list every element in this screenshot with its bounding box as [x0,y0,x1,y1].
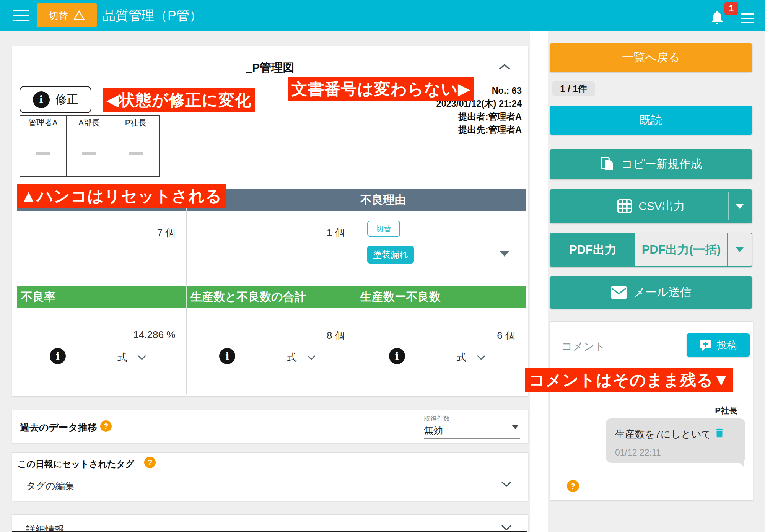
reason-switch-button[interactable]: 切替 [367,221,400,237]
pdf-export-button[interactable]: PDF出力 [550,233,635,266]
tags-help-icon[interactable]: ? [144,457,156,468]
pdf-dropdown-button[interactable] [727,233,752,266]
mark-read-button[interactable]: 既読 [550,106,752,135]
reason-tag-chip[interactable]: 塗装漏れ [367,246,414,264]
pdf-batch-label: PDF出力(一括) [642,243,721,256]
sum-value: 8 個 [327,329,345,342]
copy-create-label: コピー新規作成 [621,156,702,172]
comment-text: 生産数を7にしといて [615,428,711,441]
details-card[interactable]: 詳細情報 [12,514,528,532]
stamp-cell-empty [67,130,113,176]
history-count-label: 取得件数 [424,413,520,423]
report-data-table: 生産数 不良数 不良理由 7 個 1 個 切替 塗装漏れ [17,189,526,394]
annotation-stamp-reset: ▲ハンコはリセットされる [17,184,226,208]
reason-select-caret-icon[interactable] [500,251,509,257]
status-fix-label: 修正 [55,92,78,107]
reason-select-underline[interactable] [367,273,517,273]
csv-dropdown-caret-icon[interactable] [736,204,744,209]
mark-read-label: 既読 [640,112,662,128]
stamp-table: 管理者A A部長 P社長 [20,115,160,177]
mode-switch-button[interactable]: 切替 [37,3,97,27]
stamp-cell-empty [20,130,67,176]
send-mail-button[interactable]: メール送信 [550,276,752,309]
copy-create-button[interactable]: コピー新規作成 [550,149,752,179]
rate-formula-toggle[interactable]: 式 [117,351,146,364]
collapse-chevron-up-icon[interactable] [498,63,511,71]
comment-timestamp: 01/12 22:11 [615,447,661,458]
comment-author: P社長 [715,405,737,416]
doc-submitter: 提出者:管理者A [436,110,522,123]
history-count-value: 無効 [424,424,520,437]
rate-info-icon[interactable]: i [50,348,66,364]
back-to-list-label: 一覧へ戻る [622,50,680,65]
production-value-cell: 7 個 [17,211,187,283]
tags-card: この日報にセットされたタグ ? タグの編集 [12,452,528,501]
csv-export-label: CSV出力 [638,198,685,214]
formula-label: 式 [117,351,127,364]
app-root: 切替 品質管理（P管） 1 _P管理図 i 修正 No.: 63 2023/01… [0,0,765,532]
reason-cell: 切替 塗装漏れ [356,211,526,283]
comment-help-icon[interactable]: ? [567,480,579,492]
diff-cell: 6 個 i 式 [356,308,526,394]
formula-label: 式 [287,351,297,364]
stamp-header: 管理者A [20,116,67,130]
pdf-export-label: PDF出力 [569,243,617,256]
notification-bell-icon[interactable] [709,9,725,25]
back-to-list-button[interactable]: 一覧へ戻る [550,43,752,72]
comment-post-label: 投稿 [717,338,737,352]
overflow-menu-icon[interactable] [741,13,754,23]
comment-input[interactable]: コメント [562,339,605,354]
stamp-header: P社長 [112,116,159,130]
diff-formula-toggle[interactable]: 式 [457,351,486,364]
chevron-down-icon [477,355,486,360]
annotation-doc-number: 文書番号は変わらない▶ [288,77,474,101]
mail-icon [610,286,627,299]
col-header-sum: 生産数と不良数の合計 [187,286,356,308]
table-grid-icon [617,199,632,213]
status-fix-button[interactable]: i 修正 [20,86,91,113]
nav-hamburger-icon[interactable] [13,10,29,21]
diff-info-icon[interactable]: i [389,348,405,364]
tags-edit-row[interactable]: タグの編集 [12,477,528,496]
status-info-icon: i [33,91,50,108]
defect-value-cell: 1 個 [187,211,356,283]
doc-recipient: 提出先:管理者A [436,123,522,136]
sum-info-icon[interactable]: i [219,348,235,364]
pdf-button-group: PDF出力 PDF出力(一括) [550,233,752,267]
comment-bubble-tail [738,461,744,467]
history-select-caret-icon [512,425,519,429]
chevron-down-icon [307,355,316,360]
formula-label: 式 [457,351,467,364]
csv-export-button[interactable]: CSV出力 [550,189,752,223]
stamp-header: A部長 [67,116,113,130]
report-title: _P管理図 [12,60,528,76]
history-count-select[interactable]: 取得件数 無効 [424,413,520,439]
tags-title: この日報にセットされたタグ [18,458,134,470]
history-card: 過去のデータ推移 ? 取得件数 無効 [12,410,528,443]
tags-edit-label: タグの編集 [26,480,75,492]
col-header-diff: 生産数ー不良数 [356,286,526,308]
history-help-icon[interactable]: ? [100,420,112,432]
content-gutter [530,31,548,532]
chevron-down-icon [501,525,512,531]
pdf-dropdown-caret-icon [736,247,744,252]
app-header: 切替 品質管理（P管） 1 [0,0,765,31]
comment-post-button[interactable]: 投稿 [687,333,750,357]
col-header-reason: 不良理由 [356,189,526,211]
col-header-rate: 不良率 [17,286,187,308]
comment-panel: コメント 投稿 P社長 生産数を7にしといて 01/12 22:11 ? [550,321,753,501]
stamp-cell-empty [112,130,159,176]
pdf-batch-export-button[interactable]: PDF出力(一括) [635,233,727,266]
chevron-down-icon [137,355,146,360]
warning-triangle-icon [73,10,85,21]
rate-cell: 14.286 % i 式 [17,308,187,394]
delete-comment-icon[interactable] [714,427,725,439]
mode-switch-label: 切替 [49,9,68,22]
page-title: 品質管理（P管） [103,0,202,31]
annotation-status-change: ◀状態が修正に変化 [103,88,255,112]
history-title: 過去のデータ推移 [20,421,97,434]
copy-icon [600,156,615,172]
comment-input-underline [562,364,750,364]
add-comment-icon [700,339,712,351]
sum-formula-toggle[interactable]: 式 [287,351,316,364]
